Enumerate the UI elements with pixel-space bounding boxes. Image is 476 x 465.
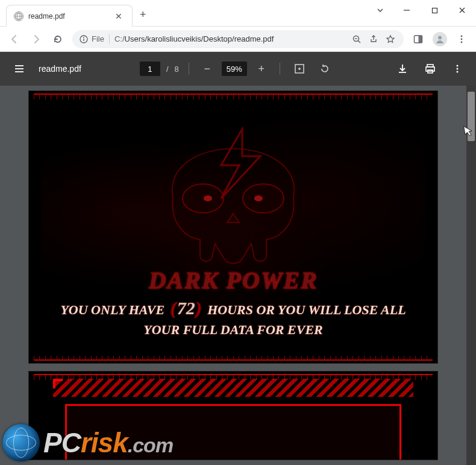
file-label: File [92, 34, 104, 43]
svg-point-35 [254, 195, 263, 201]
zoom-in-button[interactable]: + [253, 60, 270, 77]
svg-point-34 [204, 195, 212, 201]
browser-tab[interactable]: readme.pdf ✕ [6, 5, 133, 27]
site-info-button[interactable]: File [80, 34, 110, 43]
warning-text: YOU ONLY HAVE 72 HOURS OR YOU WILL LOSE … [29, 296, 437, 338]
window-controls [368, 0, 476, 21]
url-bar[interactable]: File C:/Users/karolisliucveikis/Desktop/… [72, 30, 404, 48]
pdf-sidebar-toggle[interactable] [10, 59, 29, 78]
maximize-button[interactable] [421, 0, 448, 21]
pdf-page-1: /* ticks injected below */ DARK PO [28, 90, 438, 364]
zoom-out-button[interactable]: − [199, 60, 216, 77]
scrollbar-thumb[interactable] [468, 92, 475, 141]
page-separator: / [166, 65, 169, 74]
tab-title: readme.pdf [28, 12, 108, 21]
url-text: C:/Users/karolisliucveikis/Desktop/readm… [114, 34, 346, 43]
pdf-toolbar: readme.pdf / 8 − 59% + [0, 52, 476, 86]
pdf-page-2 [28, 371, 438, 460]
new-tab-button[interactable]: + [136, 7, 150, 22]
zoom-level[interactable]: 59% [222, 62, 247, 76]
pdf-toolbar-right [393, 59, 466, 78]
svg-point-31 [457, 71, 459, 73]
ruler-decoration [34, 352, 433, 361]
download-button[interactable] [393, 59, 412, 78]
window-titlebar: readme.pdf ✕ + [0, 0, 476, 27]
svg-point-30 [457, 68, 459, 70]
zoom-indicator-icon[interactable] [351, 34, 363, 44]
svg-rect-9 [83, 39, 84, 41]
reload-button[interactable] [48, 30, 67, 49]
close-tab-button[interactable]: ✕ [113, 11, 125, 21]
toolbar-divider [280, 63, 280, 75]
pdf-more-menu[interactable] [448, 60, 466, 78]
page-number-input[interactable] [140, 62, 160, 76]
bookmark-icon[interactable] [384, 34, 396, 44]
forward-button[interactable] [27, 30, 46, 49]
minimize-button[interactable] [393, 0, 421, 21]
rotate-button[interactable] [315, 59, 334, 78]
close-window-button[interactable] [448, 0, 476, 21]
ruler-decoration [34, 93, 433, 102]
print-button[interactable] [421, 59, 440, 78]
diagonal-stripe-decoration [53, 379, 413, 397]
globe-icon [14, 11, 23, 21]
svg-point-8 [83, 37, 84, 38]
tab-search-button[interactable] [368, 6, 393, 14]
svg-point-29 [457, 65, 459, 67]
side-panel-button[interactable] [409, 30, 428, 49]
profile-avatar[interactable] [433, 32, 447, 46]
share-icon[interactable] [368, 34, 380, 44]
pdf-scroll-area[interactable]: /* ticks injected below */ DARK PO [0, 86, 466, 465]
pdf-filename: readme.pdf [39, 64, 81, 74]
svg-point-17 [461, 38, 463, 40]
svg-line-11 [359, 40, 361, 43]
back-button[interactable] [5, 30, 24, 49]
skull-icon [131, 108, 336, 265]
svg-point-33 [243, 184, 284, 213]
svg-rect-4 [432, 8, 437, 13]
pdf-viewport: /* ticks injected below */ DARK PO [0, 86, 476, 465]
svg-point-32 [183, 184, 224, 213]
svg-point-16 [461, 35, 463, 37]
frame-decoration [65, 404, 401, 460]
svg-rect-14 [419, 36, 422, 43]
fit-page-button[interactable] [290, 59, 309, 78]
svg-point-15 [438, 36, 442, 39]
pdf-toolbar-center: / 8 − 59% + [86, 59, 388, 78]
svg-rect-27 [426, 67, 434, 71]
page-total: 8 [175, 65, 179, 74]
hours-count: 72 [168, 298, 204, 318]
toolbar-divider [189, 63, 189, 75]
chrome-menu-button[interactable] [452, 30, 471, 49]
svg-point-18 [461, 41, 463, 43]
vertical-scrollbar[interactable] [466, 86, 476, 465]
document-title: DARK POWER [29, 266, 437, 294]
address-bar: File C:/Users/karolisliucveikis/Desktop/… [0, 27, 476, 52]
